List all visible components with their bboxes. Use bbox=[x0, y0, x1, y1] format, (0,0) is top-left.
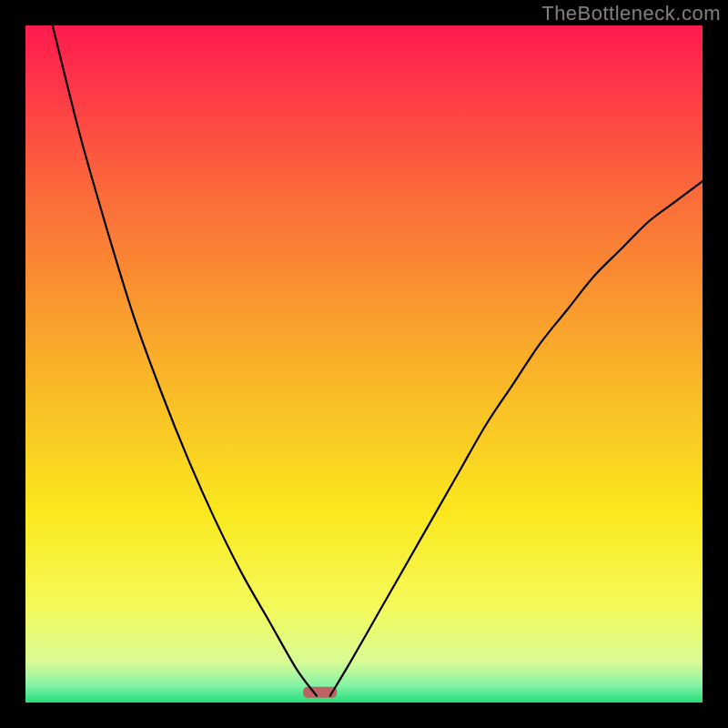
chart-svg bbox=[25, 25, 703, 703]
bottleneck-chart bbox=[25, 25, 703, 703]
watermark-text: TheBottleneck.com bbox=[541, 2, 721, 25]
chart-frame: TheBottleneck.com bbox=[0, 0, 728, 728]
gradient-background bbox=[25, 25, 703, 703]
